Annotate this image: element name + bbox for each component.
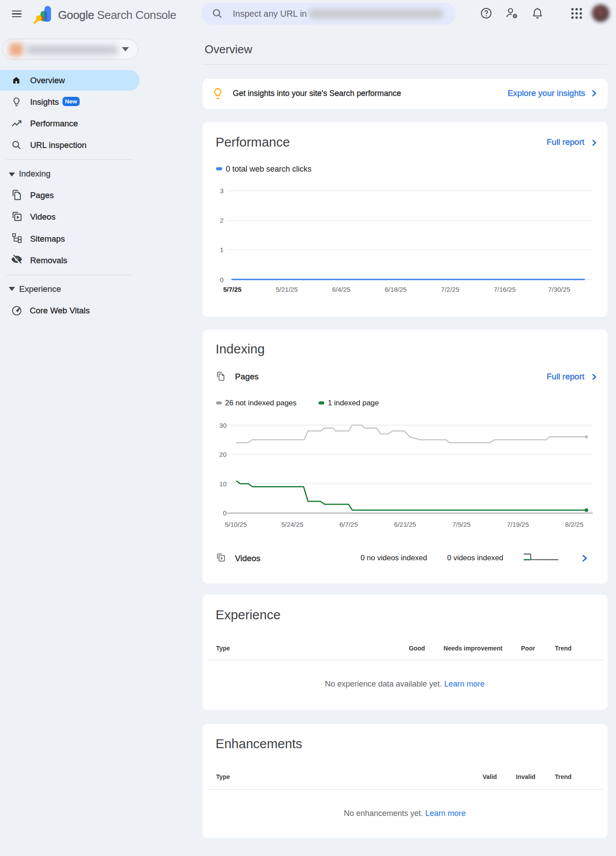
svg-text:5/10/25: 5/10/25	[225, 521, 247, 528]
svg-text:6/21/25: 6/21/25	[394, 521, 416, 528]
svg-text:30: 30	[219, 422, 227, 429]
svg-text:8/2/25: 8/2/25	[565, 521, 583, 528]
svg-text:6/7/25: 6/7/25	[340, 521, 358, 528]
svg-text:10: 10	[219, 480, 227, 488]
svg-text:0: 0	[223, 509, 227, 517]
svg-text:20: 20	[219, 451, 227, 458]
svg-text:5/24/25: 5/24/25	[281, 521, 303, 528]
svg-text:7/5/25: 7/5/25	[452, 521, 471, 528]
svg-text:7/19/25: 7/19/25	[507, 521, 529, 528]
